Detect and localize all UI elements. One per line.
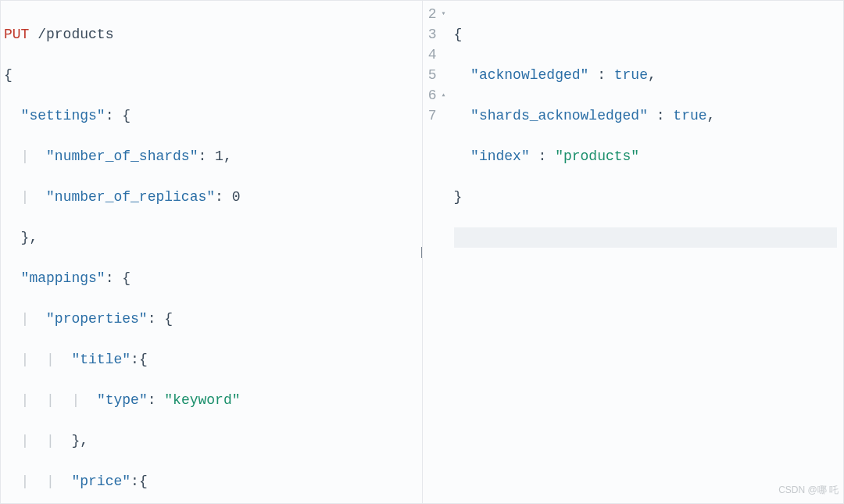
line-number: 5	[428, 65, 437, 85]
line-number: 4	[428, 45, 437, 65]
watermark: CSDN @哪 吒	[778, 480, 839, 500]
mappings-key: "mappings"	[21, 270, 106, 286]
http-method: PUT	[4, 27, 29, 42]
ack-key: "acknowledged"	[470, 67, 588, 83]
shards-ack-key: "shards_acknowledged"	[470, 108, 648, 123]
request-pane: PUT /products { "settings": { | "number_…	[1, 1, 422, 503]
index-val: "products"	[555, 148, 639, 164]
line-number: 2	[428, 4, 437, 24]
request-code[interactable]: PUT /products { "settings": { | "number_…	[1, 1, 422, 503]
fold-close-icon[interactable]: ▴	[438, 85, 446, 105]
type-key: "type"	[97, 392, 148, 408]
fold-open-icon[interactable]: ▾	[438, 4, 446, 24]
response-pane: 2▾ 3 4 5 6▴ 7 { "acknowledged" : true, "…	[422, 1, 844, 503]
index-key: "index"	[470, 148, 530, 164]
request-path: /products	[38, 27, 113, 42]
line-number: 6	[428, 85, 437, 105]
line-number: 3	[428, 24, 437, 45]
title-type: "keyword"	[164, 392, 240, 408]
line-number: 7	[428, 105, 437, 126]
line-gutter: 2▾ 3 4 5 6▴ 7	[423, 1, 451, 503]
response-code[interactable]: { "acknowledged" : true, "shards_acknowl…	[451, 1, 844, 503]
properties-key: "properties"	[46, 311, 148, 327]
num-shards-key: "number_of_shards"	[46, 148, 198, 164]
ack-val: true	[614, 67, 648, 83]
title-key: "title"	[71, 352, 131, 367]
shards-ack-val: true	[673, 108, 706, 123]
num-replicas-key: "number_of_replicas"	[46, 189, 215, 205]
settings-key: "settings"	[21, 108, 106, 123]
editor-container: PUT /products { "settings": { | "number_…	[0, 0, 844, 504]
price-key: "price"	[71, 474, 131, 489]
num-shards-val: 1	[215, 148, 224, 164]
num-replicas-val: 0	[232, 189, 241, 205]
